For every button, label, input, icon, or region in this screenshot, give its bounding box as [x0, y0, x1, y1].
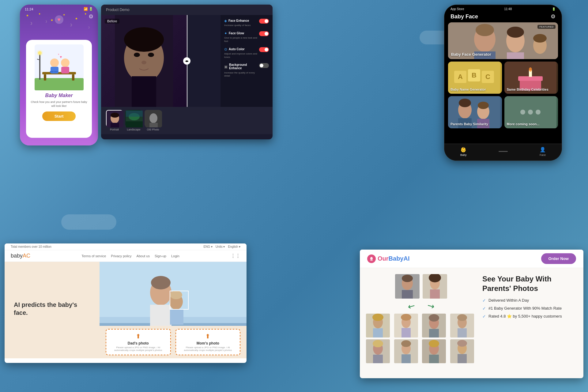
ios-tab-face[interactable]: 👤 Face [540, 147, 546, 156]
before-face-svg [115, 15, 173, 107]
ios-app-title: Baby Face [450, 13, 478, 20]
nav-grid-icon[interactable]: ⋮⋮ [231, 253, 240, 259]
svg-rect-3 [44, 74, 46, 81]
before-image [101, 15, 187, 107]
child-photo-7 [422, 339, 446, 363]
app-title: Baby Maker [45, 93, 73, 98]
auto-color-icon: ⊙ [224, 47, 227, 51]
mom-photo-svg [423, 274, 447, 299]
landscape-label: Landscape [127, 128, 140, 131]
start-button[interactable]: Start [42, 111, 76, 121]
mom-upload-icon: ⬆ [179, 333, 237, 340]
language-selector[interactable]: ENG ▾ [203, 245, 212, 248]
ios-card-baby-face-generator[interactable]: FEATURED Baby Face Generator [448, 22, 558, 59]
svg-text:♥: ♥ [58, 53, 59, 56]
svg-text:B: B [472, 71, 477, 79]
svg-rect-118 [373, 355, 383, 363]
star-1: ★ [26, 14, 29, 17]
panel-product-demo: Product Demo [101, 5, 273, 139]
svg-rect-24 [115, 15, 173, 107]
settings-icon[interactable]: ⚙ [89, 13, 93, 20]
couple-illustration: ♥ ♥ [35, 44, 84, 90]
more-coming-label: More coming soon... [507, 122, 556, 126]
ourbaby-main-content: ↙ ↘ [360, 268, 583, 377]
ourbaby-photos-panel: ↙ ↘ [366, 274, 476, 371]
bg-enhance-toggle[interactable] [259, 63, 269, 68]
demo-comparison: ◀▶ Before After ◈ Face Enhance Increase … [101, 15, 273, 107]
svg-rect-5 [39, 54, 40, 80]
lang-selector[interactable]: English ▾ [228, 245, 240, 248]
panel-ourbaby-website: OurBabyAI Order Now [360, 250, 583, 378]
svg-point-87 [170, 291, 182, 299]
svg-point-78 [536, 110, 541, 115]
ios-card-birthday-celebrities[interactable]: Same Birthday Celebrities [504, 62, 558, 94]
svg-point-125 [429, 340, 439, 347]
svg-point-67 [529, 67, 532, 72]
svg-point-105 [401, 314, 411, 321]
moms-photo-upload[interactable]: ⬆ Mom's photo Please upload a JPG or PNG… [175, 329, 241, 355]
app-subtitle: Check how you and your partner's future … [29, 100, 89, 108]
comparison-handle[interactable]: ◀▶ [183, 57, 190, 65]
dad-photo [395, 274, 420, 299]
child-7-svg [422, 339, 446, 363]
featured-badge: FEATURED [537, 25, 556, 29]
babyac-right-panel: ⬆ Dad's photo Please upload a JPG or PNG… [100, 262, 247, 358]
child-photo-8 [450, 339, 474, 363]
privacy-link[interactable]: Privacy policy [111, 254, 131, 258]
svg-rect-102 [373, 328, 383, 337]
mom-upload-title: Mom's photo [179, 341, 237, 345]
signup-link[interactable]: Sign-up [155, 254, 166, 258]
ios-row-1: A B C Baby Name Generator [448, 62, 558, 94]
babyac-left-panel: AI predicts the baby's face. [5, 262, 100, 358]
svg-rect-98 [430, 289, 440, 299]
about-link[interactable]: About us [137, 254, 150, 258]
control-face-glow: ✦ Face Glow Give to people a new look an… [224, 31, 269, 43]
ios-card-parents-similarity[interactable]: Parents Baby Similarity [448, 96, 502, 128]
star-4: ✦ [63, 13, 65, 17]
ourbaby-features-list: ✓ Delivered Within A Day ✓ #1 Baby Gener… [482, 298, 577, 319]
svg-rect-94 [402, 290, 413, 299]
child-3-svg [422, 314, 446, 337]
svg-point-129 [457, 340, 467, 347]
bg-enhance-desc: Increase the quality of every detail [224, 71, 259, 78]
dads-photo-upload[interactable]: ⬆ Dad's photo Please upload a JPG or PNG… [106, 329, 171, 355]
arrow-right: ↘ [425, 300, 436, 312]
bg-enhance-title: Background Enhance [229, 63, 259, 70]
auto-color-toggle[interactable] [259, 47, 269, 52]
order-now-button[interactable]: Order Now [541, 253, 576, 264]
terms-link[interactable]: Terms of service [81, 254, 106, 258]
nav-links: Terms of service Privacy policy About us… [81, 254, 179, 258]
thumb-landscape[interactable]: Landscape [125, 110, 142, 131]
thumb-oldphoto[interactable]: Old Photo [145, 110, 161, 131]
ios-settings-icon[interactable]: ⚙ [551, 13, 556, 20]
child-photo-5 [366, 339, 390, 363]
check-icon-3: ✓ [482, 314, 486, 319]
svg-rect-110 [429, 329, 439, 337]
svg-point-77 [528, 110, 533, 115]
ourbaby-text-panel: See Your Baby With Parents' Photos ✓ Del… [482, 274, 577, 371]
svg-point-55 [533, 34, 547, 43]
svg-point-90 [370, 257, 373, 260]
units-selector[interactable]: Units ▾ [216, 245, 225, 248]
ios-card-baby-name[interactable]: A B C Baby Name Generator [448, 62, 502, 94]
face-glow-toggle[interactable] [259, 31, 269, 36]
face-enhance-toggle[interactable] [259, 19, 269, 24]
ios-tab-baby[interactable]: 👶 Baby [460, 147, 467, 156]
svg-text:C: C [485, 73, 490, 81]
svg-rect-130 [458, 354, 467, 363]
panel-babyac-website: Total members over 10 million ENG ▾ Unit… [5, 243, 247, 363]
thumb-portrait[interactable]: Portrait [106, 110, 123, 131]
ios-card-more[interactable]: More coming soon... [504, 96, 558, 128]
face-enhance-icon: ◈ [224, 19, 227, 23]
svg-point-113 [457, 314, 467, 321]
child-photo-1 [366, 314, 390, 337]
svg-point-44 [149, 113, 157, 123]
babyac-nav: babyAC Terms of service Privacy policy A… [5, 250, 247, 262]
dad-photo-svg [395, 274, 420, 299]
baby-tab-label: Baby [460, 153, 467, 156]
login-link[interactable]: Login [171, 254, 179, 258]
oldphoto-label: Old Photo [147, 128, 159, 131]
ourbaby-logo-icon [367, 254, 376, 263]
children-photos-grid [366, 314, 476, 363]
svg-rect-86 [170, 309, 183, 325]
